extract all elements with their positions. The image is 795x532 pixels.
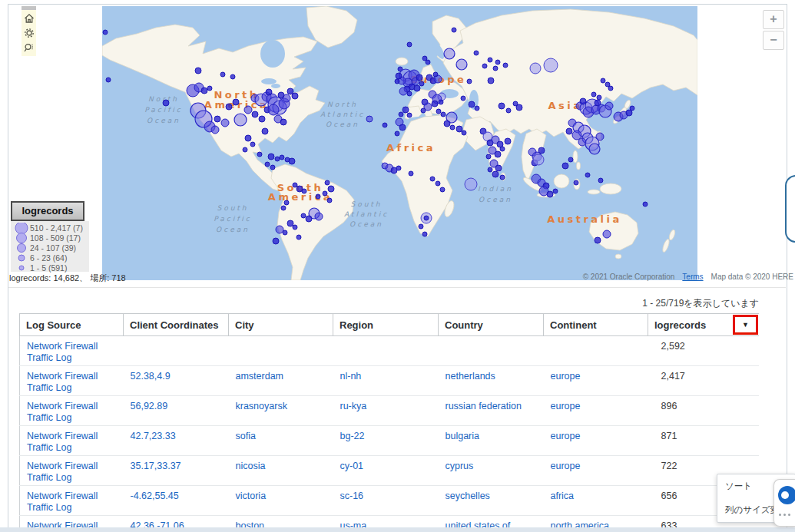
map-bubble[interactable] xyxy=(103,30,108,35)
map-bubble[interactable] xyxy=(280,119,287,125)
map-bubble[interactable] xyxy=(506,108,511,113)
country-cell[interactable]: bulgaria xyxy=(446,431,479,441)
map-bubble[interactable] xyxy=(605,102,613,110)
map-bubble[interactable] xyxy=(257,152,262,157)
map-bubble[interactable] xyxy=(163,100,169,106)
region-cell[interactable]: cy-01 xyxy=(340,461,364,471)
map-bubble[interactable] xyxy=(450,125,455,130)
map-bubble[interactable] xyxy=(547,191,553,197)
map-bubble[interactable] xyxy=(283,230,287,235)
city-cell[interactable]: nicosia xyxy=(236,461,266,471)
table-row[interactable]: Network Firewall Traffic Log 52.38,4.9 a… xyxy=(20,366,760,396)
table-row[interactable]: Network Firewall Traffic Log 42.36,-71.0… xyxy=(20,516,760,528)
country-cell[interactable]: russian federation xyxy=(446,401,522,411)
zoom-out-button[interactable]: − xyxy=(763,31,784,50)
map-bubble[interactable] xyxy=(436,109,441,114)
map-bubble[interactable] xyxy=(499,103,505,109)
map-bubble[interactable] xyxy=(220,72,225,77)
map-bubble[interactable] xyxy=(289,158,295,164)
map-bubble[interactable] xyxy=(643,202,648,207)
map-bubble[interactable] xyxy=(589,144,600,154)
map-bubble[interactable] xyxy=(234,114,247,126)
map-bubble[interactable] xyxy=(492,171,499,177)
map-bubble[interactable] xyxy=(630,106,634,111)
map-bubble[interactable] xyxy=(595,237,601,243)
map-bubble[interactable] xyxy=(553,189,558,193)
map-bubble[interactable] xyxy=(399,112,403,117)
map-bubble[interactable] xyxy=(530,63,541,74)
map-bubble[interactable] xyxy=(493,66,498,71)
world-map[interactable]: NorthPacificOceanNorthAtlanticOceanSouth… xyxy=(102,6,697,280)
map-bubble[interactable] xyxy=(503,63,508,68)
map-bubble[interactable] xyxy=(265,162,270,167)
map-bubble[interactable] xyxy=(106,78,111,82)
map-bubble[interactable] xyxy=(366,116,373,122)
map-bubble[interactable] xyxy=(572,131,581,140)
map-bubble[interactable] xyxy=(603,230,611,238)
map-bubble[interactable] xyxy=(306,216,312,222)
col-header-city[interactable]: City xyxy=(229,314,333,336)
map-bubble[interactable] xyxy=(233,99,239,105)
map-bubble[interactable] xyxy=(424,216,429,220)
map-bubble[interactable] xyxy=(292,93,298,99)
map-bubble[interactable] xyxy=(278,92,284,98)
map-bubble[interactable] xyxy=(439,100,443,104)
region-cell[interactable]: sc-16 xyxy=(340,491,364,501)
country-cell[interactable]: seychelles xyxy=(446,491,490,501)
map-bubble[interactable] xyxy=(281,206,286,210)
panel-drawer-tab[interactable] xyxy=(785,175,795,243)
map-bubble[interactable] xyxy=(280,155,284,160)
client-coordinates-cell[interactable]: 42.7,23.33 xyxy=(131,431,176,441)
map-bubble[interactable] xyxy=(383,123,387,127)
city-cell[interactable]: sofia xyxy=(236,431,256,441)
client-coordinates-cell[interactable]: 52.38,4.9 xyxy=(131,371,171,382)
map-bubble[interactable] xyxy=(201,88,207,94)
map-bubble[interactable] xyxy=(578,138,586,146)
map-bubble[interactable] xyxy=(407,113,412,117)
map-bubble[interactable] xyxy=(432,101,438,107)
map-bubble[interactable] xyxy=(426,60,430,64)
map-bubble[interactable] xyxy=(211,126,219,134)
map-bubble[interactable] xyxy=(500,175,505,180)
map-bubble[interactable] xyxy=(262,128,268,134)
map-bubble[interactable] xyxy=(433,72,438,77)
map-bubble[interactable] xyxy=(407,91,412,96)
map-bubble[interactable] xyxy=(302,189,306,193)
map-bubble[interactable] xyxy=(488,78,494,84)
col-header-continent[interactable]: Continent xyxy=(544,314,648,336)
map-bubble[interactable] xyxy=(597,95,601,100)
country-cell[interactable]: united states of america xyxy=(446,520,511,527)
map-bubble[interactable] xyxy=(266,89,272,95)
feedback-widget[interactable] xyxy=(773,479,795,527)
map-canvas[interactable]: NorthPacificOceanNorthAtlanticOceanSouth… xyxy=(102,6,697,280)
map-bubble[interactable] xyxy=(316,194,320,199)
table-row[interactable]: Network Firewall Traffic Log 35.17,33.37… xyxy=(20,456,760,486)
map-bubble[interactable] xyxy=(399,124,406,131)
continent-cell[interactable]: north america xyxy=(551,520,609,527)
map-bubble[interactable] xyxy=(596,133,604,140)
map-bubble[interactable] xyxy=(416,74,422,81)
map-bubble[interactable] xyxy=(296,235,301,240)
city-cell[interactable]: amsterdam xyxy=(236,371,284,382)
client-coordinates-cell[interactable]: -4.62,55.45 xyxy=(131,491,179,501)
map-bubble[interactable] xyxy=(270,165,275,170)
map-bubble[interactable] xyxy=(395,79,399,84)
map-bubble[interactable] xyxy=(465,178,477,190)
zoom-in-button[interactable]: + xyxy=(763,10,784,29)
map-bubble[interactable] xyxy=(598,178,603,183)
home-button[interactable] xyxy=(23,12,35,25)
map-bubble[interactable] xyxy=(195,68,201,74)
map-bubble[interactable] xyxy=(488,58,492,62)
map-bubble[interactable] xyxy=(243,147,247,152)
map-bubble[interactable] xyxy=(409,171,413,176)
map-bubble[interactable] xyxy=(441,112,446,117)
map-bubble[interactable] xyxy=(456,126,462,132)
map-bubble[interactable] xyxy=(533,154,544,165)
map-bubble[interactable] xyxy=(419,81,424,86)
map-bubble[interactable] xyxy=(259,116,265,122)
map-bubble[interactable] xyxy=(396,166,401,170)
map-bubble[interactable] xyxy=(469,101,475,107)
map-bubble[interactable] xyxy=(323,191,327,196)
map-bubble[interactable] xyxy=(414,85,420,91)
map-bubble[interactable] xyxy=(396,73,402,79)
